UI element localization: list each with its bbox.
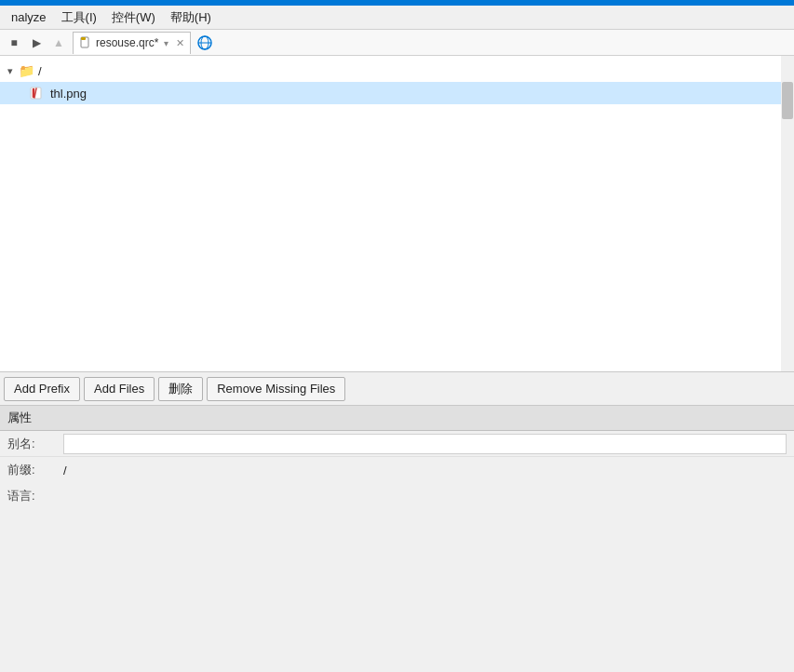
scrollbar-thumb[interactable] bbox=[782, 82, 793, 119]
forward-button[interactable]: ▶ bbox=[26, 33, 47, 53]
prefix-value: / bbox=[63, 464, 787, 477]
properties-header: 属性 bbox=[0, 406, 794, 431]
up-button: ▲ bbox=[48, 33, 69, 53]
language-row: 语言: bbox=[0, 483, 794, 509]
svg-rect-1 bbox=[81, 37, 86, 40]
file-name-thl: thl.png bbox=[50, 87, 87, 101]
scrollbar-track[interactable] bbox=[781, 56, 794, 371]
file-tab[interactable]: resouse.qrc* ▾ ✕ bbox=[73, 32, 191, 54]
toolbar: ■ ▶ ▲ resouse.qrc* ▾ ✕ bbox=[0, 30, 794, 56]
tree-root-row[interactable]: ▾ 📁 / bbox=[0, 60, 794, 82]
menu-help[interactable]: 帮助(H) bbox=[163, 7, 219, 28]
language-label: 语言: bbox=[7, 488, 63, 504]
tab-close-button[interactable]: ✕ bbox=[176, 37, 184, 49]
add-files-button[interactable]: Add Files bbox=[84, 377, 155, 401]
file-icon-thl bbox=[30, 87, 43, 100]
add-prefix-button[interactable]: Add Prefix bbox=[4, 377, 80, 401]
file-browser: ▾ 📁 / thl.png bbox=[0, 56, 794, 372]
menu-tools[interactable]: 工具(I) bbox=[54, 7, 104, 28]
properties-panel: 属性 别名: 前缀: / 语言: bbox=[0, 406, 794, 509]
file-tab-icon bbox=[79, 36, 92, 49]
action-bar: Add Prefix Add Files 删除 Remove Missing F… bbox=[0, 372, 794, 406]
tree-expand-chevron: ▾ bbox=[7, 65, 13, 77]
nav-icon-button[interactable] bbox=[196, 34, 213, 51]
file-tab-label: resouse.qrc* bbox=[96, 36, 158, 49]
alias-input[interactable] bbox=[63, 434, 787, 454]
menu-bar: nalyze 工具(I) 控件(W) 帮助(H) bbox=[0, 6, 794, 30]
back-button[interactable]: ■ bbox=[4, 33, 24, 53]
tab-dropdown-arrow[interactable]: ▾ bbox=[162, 38, 170, 48]
file-tree: ▾ 📁 / thl.png bbox=[0, 56, 794, 108]
root-label: / bbox=[38, 64, 42, 78]
prefix-label: 前缀: bbox=[7, 462, 63, 478]
alias-label: 别名: bbox=[7, 436, 63, 452]
menu-controls[interactable]: 控件(W) bbox=[104, 7, 163, 28]
file-row-thl[interactable]: thl.png bbox=[0, 82, 794, 104]
menu-analyze[interactable]: nalyze bbox=[4, 8, 54, 26]
remove-missing-files-button[interactable]: Remove Missing Files bbox=[207, 377, 345, 401]
alias-row: 别名: bbox=[0, 431, 794, 457]
folder-icon: 📁 bbox=[19, 63, 34, 78]
delete-button[interactable]: 删除 bbox=[158, 377, 203, 401]
prefix-row: 前缀: / bbox=[0, 457, 794, 483]
